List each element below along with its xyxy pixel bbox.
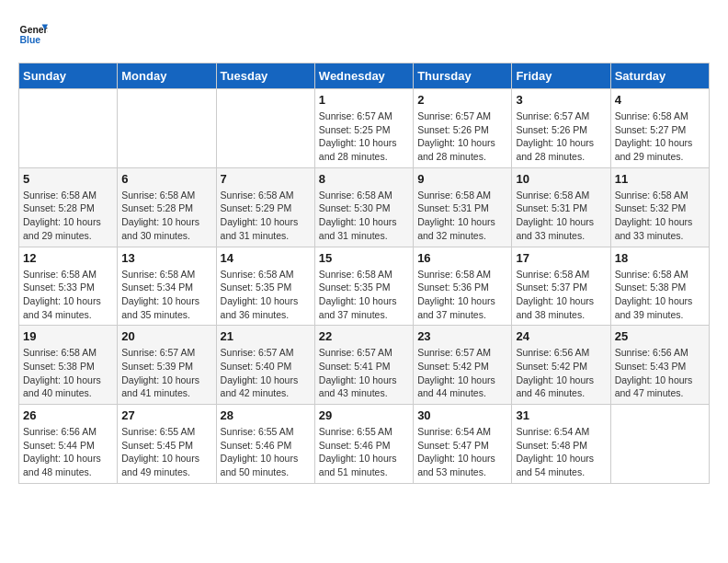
day-info: Sunrise: 6:56 AMSunset: 5:42 PMDaylight:…: [516, 346, 606, 400]
calendar-cell: 8Sunrise: 6:58 AMSunset: 5:30 PMDaylight…: [314, 167, 413, 247]
day-number: 21: [221, 329, 311, 343]
calendar-cell: 1Sunrise: 6:57 AMSunset: 5:25 PMDaylight…: [314, 89, 413, 168]
day-info: Sunrise: 6:58 AMSunset: 5:36 PMDaylight:…: [417, 268, 507, 322]
calendar-cell: 11Sunrise: 6:58 AMSunset: 5:32 PMDayligh…: [610, 167, 709, 247]
day-info: Sunrise: 6:58 AMSunset: 5:31 PMDaylight:…: [516, 189, 606, 243]
day-number: 17: [516, 251, 606, 265]
weekday-header: Monday: [118, 63, 216, 89]
calendar-cell: 7Sunrise: 6:58 AMSunset: 5:29 PMDaylight…: [216, 167, 314, 247]
calendar-table: SundayMondayTuesdayWednesdayThursdayFrid…: [18, 63, 710, 484]
calendar-cell: 23Sunrise: 6:57 AMSunset: 5:42 PMDayligh…: [414, 326, 512, 405]
day-number: 16: [417, 251, 507, 265]
day-number: 19: [23, 329, 113, 343]
calendar-cell: 18Sunrise: 6:58 AMSunset: 5:38 PMDayligh…: [610, 247, 709, 326]
calendar-cell: 12Sunrise: 6:58 AMSunset: 5:33 PMDayligh…: [19, 247, 118, 326]
day-number: 9: [417, 172, 507, 186]
day-number: 2: [417, 93, 507, 107]
day-info: Sunrise: 6:55 AMSunset: 5:46 PMDaylight:…: [319, 425, 409, 479]
calendar-cell: 10Sunrise: 6:58 AMSunset: 5:31 PMDayligh…: [512, 167, 610, 247]
calendar-cell: 29Sunrise: 6:55 AMSunset: 5:46 PMDayligh…: [314, 405, 413, 484]
day-info: Sunrise: 6:58 AMSunset: 5:32 PMDaylight:…: [615, 189, 705, 243]
calendar-week-row: 5Sunrise: 6:58 AMSunset: 5:28 PMDaylight…: [19, 167, 710, 247]
day-number: 29: [319, 408, 409, 422]
calendar-cell: [19, 89, 118, 168]
day-info: Sunrise: 6:57 AMSunset: 5:25 PMDaylight:…: [319, 109, 409, 164]
calendar-cell: 14Sunrise: 6:58 AMSunset: 5:35 PMDayligh…: [216, 247, 314, 326]
day-info: Sunrise: 6:57 AMSunset: 5:41 PMDaylight:…: [319, 346, 409, 400]
day-number: 18: [615, 251, 705, 265]
calendar-cell: 30Sunrise: 6:54 AMSunset: 5:47 PMDayligh…: [414, 405, 512, 484]
weekday-header-row: SundayMondayTuesdayWednesdayThursdayFrid…: [19, 63, 710, 89]
day-info: Sunrise: 6:58 AMSunset: 5:31 PMDaylight:…: [417, 189, 507, 243]
day-number: 22: [319, 329, 409, 343]
day-info: Sunrise: 6:58 AMSunset: 5:29 PMDaylight:…: [221, 189, 311, 243]
day-number: 14: [221, 251, 311, 265]
day-info: Sunrise: 6:57 AMSunset: 5:40 PMDaylight:…: [221, 346, 311, 400]
calendar-cell: [118, 89, 216, 168]
day-number: 7: [221, 172, 311, 186]
calendar-cell: 31Sunrise: 6:54 AMSunset: 5:48 PMDayligh…: [512, 405, 610, 484]
day-number: 27: [121, 408, 211, 422]
day-info: Sunrise: 6:58 AMSunset: 5:35 PMDaylight:…: [221, 268, 311, 322]
logo-icon: General Blue: [18, 18, 48, 48]
day-info: Sunrise: 6:58 AMSunset: 5:28 PMDaylight:…: [23, 189, 113, 243]
calendar-cell: 25Sunrise: 6:56 AMSunset: 5:43 PMDayligh…: [610, 326, 709, 405]
calendar-cell: 26Sunrise: 6:56 AMSunset: 5:44 PMDayligh…: [19, 405, 118, 484]
day-number: 25: [615, 329, 705, 343]
day-number: 30: [417, 408, 507, 422]
day-number: 15: [319, 251, 409, 265]
day-info: Sunrise: 6:56 AMSunset: 5:43 PMDaylight:…: [615, 346, 705, 400]
calendar-cell: [610, 405, 709, 484]
calendar-week-row: 1Sunrise: 6:57 AMSunset: 5:25 PMDaylight…: [19, 89, 710, 168]
calendar-week-row: 12Sunrise: 6:58 AMSunset: 5:33 PMDayligh…: [19, 247, 710, 326]
calendar-cell: 3Sunrise: 6:57 AMSunset: 5:26 PMDaylight…: [512, 89, 610, 168]
calendar-cell: 19Sunrise: 6:58 AMSunset: 5:38 PMDayligh…: [19, 326, 118, 405]
day-info: Sunrise: 6:54 AMSunset: 5:47 PMDaylight:…: [417, 425, 507, 479]
svg-text:Blue: Blue: [20, 35, 41, 45]
calendar-cell: 16Sunrise: 6:58 AMSunset: 5:36 PMDayligh…: [414, 247, 512, 326]
day-info: Sunrise: 6:57 AMSunset: 5:26 PMDaylight:…: [417, 109, 507, 164]
calendar-cell: 5Sunrise: 6:58 AMSunset: 5:28 PMDaylight…: [19, 167, 118, 247]
day-info: Sunrise: 6:58 AMSunset: 5:38 PMDaylight:…: [615, 268, 705, 322]
calendar-cell: 20Sunrise: 6:57 AMSunset: 5:39 PMDayligh…: [118, 326, 216, 405]
calendar-cell: 21Sunrise: 6:57 AMSunset: 5:40 PMDayligh…: [216, 326, 314, 405]
day-number: 23: [417, 329, 507, 343]
day-info: Sunrise: 6:57 AMSunset: 5:26 PMDaylight:…: [516, 109, 606, 164]
page-header: General Blue: [18, 18, 710, 48]
calendar-cell: [216, 89, 314, 168]
day-number: 10: [516, 172, 606, 186]
calendar-cell: 9Sunrise: 6:58 AMSunset: 5:31 PMDaylight…: [414, 167, 512, 247]
day-number: 1: [319, 93, 409, 107]
day-info: Sunrise: 6:57 AMSunset: 5:39 PMDaylight:…: [121, 346, 211, 400]
calendar-week-row: 19Sunrise: 6:58 AMSunset: 5:38 PMDayligh…: [19, 326, 710, 405]
weekday-header: Sunday: [19, 63, 118, 89]
day-number: 5: [23, 172, 113, 186]
calendar-cell: 27Sunrise: 6:55 AMSunset: 5:45 PMDayligh…: [118, 405, 216, 484]
calendar-cell: 13Sunrise: 6:58 AMSunset: 5:34 PMDayligh…: [118, 247, 216, 326]
calendar-cell: 22Sunrise: 6:57 AMSunset: 5:41 PMDayligh…: [314, 326, 413, 405]
day-number: 4: [615, 93, 705, 107]
calendar-cell: 28Sunrise: 6:55 AMSunset: 5:46 PMDayligh…: [216, 405, 314, 484]
day-info: Sunrise: 6:58 AMSunset: 5:34 PMDaylight:…: [121, 268, 211, 322]
day-info: Sunrise: 6:58 AMSunset: 5:30 PMDaylight:…: [319, 189, 409, 243]
calendar-cell: 4Sunrise: 6:58 AMSunset: 5:27 PMDaylight…: [610, 89, 709, 168]
day-info: Sunrise: 6:58 AMSunset: 5:33 PMDaylight:…: [23, 268, 113, 322]
day-number: 11: [615, 172, 705, 186]
day-info: Sunrise: 6:58 AMSunset: 5:35 PMDaylight:…: [319, 268, 409, 322]
day-info: Sunrise: 6:58 AMSunset: 5:38 PMDaylight:…: [23, 346, 113, 400]
day-number: 13: [121, 251, 211, 265]
day-info: Sunrise: 6:57 AMSunset: 5:42 PMDaylight:…: [417, 346, 507, 400]
day-info: Sunrise: 6:56 AMSunset: 5:44 PMDaylight:…: [23, 425, 113, 479]
day-number: 24: [516, 329, 606, 343]
calendar-cell: 24Sunrise: 6:56 AMSunset: 5:42 PMDayligh…: [512, 326, 610, 405]
weekday-header: Friday: [512, 63, 610, 89]
day-number: 3: [516, 93, 606, 107]
calendar-week-row: 26Sunrise: 6:56 AMSunset: 5:44 PMDayligh…: [19, 405, 710, 484]
calendar-cell: 15Sunrise: 6:58 AMSunset: 5:35 PMDayligh…: [314, 247, 413, 326]
calendar-cell: 6Sunrise: 6:58 AMSunset: 5:28 PMDaylight…: [118, 167, 216, 247]
calendar-cell: 2Sunrise: 6:57 AMSunset: 5:26 PMDaylight…: [414, 89, 512, 168]
calendar-cell: 17Sunrise: 6:58 AMSunset: 5:37 PMDayligh…: [512, 247, 610, 326]
day-info: Sunrise: 6:58 AMSunset: 5:27 PMDaylight:…: [615, 109, 705, 164]
day-number: 12: [23, 251, 113, 265]
day-info: Sunrise: 6:58 AMSunset: 5:28 PMDaylight:…: [121, 189, 211, 243]
